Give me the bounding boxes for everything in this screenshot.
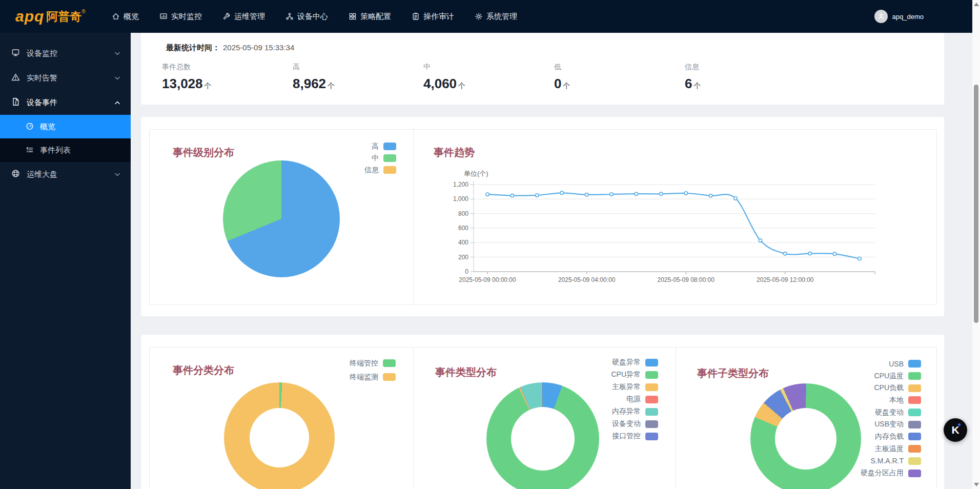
- chevron-down-icon: [114, 170, 120, 179]
- nav-item-4[interactable]: 设备中心: [285, 12, 328, 22]
- legend-item[interactable]: 终端监测: [283, 370, 396, 384]
- nav-item-label: 设备中心: [297, 12, 328, 22]
- legend-label: 本地: [889, 396, 904, 405]
- sidebar-menu: 设备监控实时告警设备事件概览事件列表运维大盘: [0, 33, 131, 489]
- stat-label: 高: [293, 63, 423, 71]
- stat-label: 信息: [685, 63, 815, 71]
- svg-text:2025-05-09 00:00:00: 2025-05-09 00:00:00: [459, 276, 516, 283]
- nav-item-label: 实时监控: [171, 12, 202, 22]
- policy-grid-icon: [349, 12, 357, 21]
- legend-swatch: [645, 359, 658, 366]
- sidebar-submenu: 概览事件列表: [0, 115, 131, 162]
- legend-item[interactable]: S.M.A.R.T: [808, 455, 921, 467]
- stat-value: 6个: [685, 76, 815, 93]
- stat-card-事件总数: 事件总数13,028个: [162, 63, 293, 93]
- sidebar-item-label: 概览: [40, 122, 55, 132]
- legend-item[interactable]: 硬盘分区占用: [808, 467, 921, 479]
- topnav-menu: 概览实时监控运维管理设备中心策略配置操作审计系统管理: [112, 0, 517, 33]
- floating-assistant-button[interactable]: K: [944, 418, 967, 442]
- nav-item-7[interactable]: 系统管理: [475, 12, 517, 22]
- sidebar-group-2[interactable]: 实时告警: [0, 66, 131, 90]
- scrollbar-up-arrow-icon[interactable]: [974, 3, 979, 6]
- legend-item[interactable]: 终端管控: [283, 356, 396, 370]
- legend-label: 硬盘分区占用: [861, 468, 904, 478]
- scrollbar-thumb[interactable]: [974, 85, 978, 323]
- stat-value: 4,060个: [423, 76, 554, 93]
- chevron-down-icon: [114, 74, 120, 83]
- legend-item[interactable]: 本地: [808, 394, 921, 406]
- legend-item[interactable]: USB: [808, 358, 921, 370]
- scrollbar-down-arrow-icon[interactable]: [974, 483, 979, 486]
- level-dist-title: 事件级别分布: [173, 146, 234, 159]
- legend-item[interactable]: 高: [283, 140, 396, 152]
- legend-item[interactable]: 接口管控: [545, 430, 658, 442]
- legend-item[interactable]: CPU温度: [808, 370, 921, 382]
- sidebar-item-1[interactable]: 概览: [0, 115, 131, 138]
- wrench-icon: [222, 12, 231, 21]
- legend-item[interactable]: 内存负载: [808, 431, 921, 443]
- nav-item-1[interactable]: 概览: [112, 12, 139, 22]
- sidebar-item-2[interactable]: 事件列表: [0, 138, 131, 162]
- user-menu[interactable]: apq_demo: [874, 0, 924, 33]
- legend-item[interactable]: 中: [283, 152, 396, 164]
- legend-swatch: [383, 373, 396, 381]
- legend-item[interactable]: CPU负载: [808, 382, 921, 394]
- legend-label: 设备变动: [612, 419, 641, 429]
- stat-card-中: 中4,060个: [423, 63, 554, 93]
- level-dist-pie-chart[interactable]: [223, 160, 340, 277]
- stat-card-信息: 信息6个: [685, 63, 815, 93]
- sidebar-group-label: 实时告警: [27, 73, 57, 83]
- legend-item[interactable]: 信息: [283, 164, 396, 176]
- legend-item[interactable]: 主板温度: [808, 443, 921, 455]
- subtype-dist-title: 事件子类型分布: [697, 366, 769, 380]
- legend-label: 接口管控: [612, 432, 641, 441]
- stat-unit: 个: [328, 82, 335, 90]
- legend-item[interactable]: 硬盘变动: [808, 406, 921, 419]
- legend-label: 电源: [626, 395, 641, 404]
- sidebar-group-label: 运维大盘: [27, 170, 57, 179]
- legend-swatch: [908, 470, 921, 477]
- nav-item-6[interactable]: 操作审计: [412, 12, 454, 22]
- brand-logo[interactable]: apq阿普奇®: [15, 0, 86, 33]
- vertical-scrollbar[interactable]: [972, 0, 980, 489]
- nav-item-2[interactable]: 实时监控: [159, 12, 202, 22]
- legend-item[interactable]: USB变动: [808, 418, 921, 431]
- legend-item[interactable]: CPU异常: [545, 369, 658, 381]
- legend-swatch: [645, 420, 658, 428]
- legend-swatch: [908, 396, 921, 404]
- legend-swatch: [908, 360, 921, 368]
- sidebar-group-1[interactable]: 设备监控: [0, 41, 131, 66]
- legend-label: 终端监测: [350, 373, 378, 382]
- legend-label: 主板温度: [875, 444, 904, 454]
- legend-item[interactable]: 电源: [545, 393, 658, 405]
- list-icon: [26, 146, 34, 155]
- legend-label: 内存负载: [875, 432, 904, 441]
- legend-item[interactable]: 硬盘异常: [545, 356, 658, 369]
- legend-swatch: [908, 372, 921, 380]
- trend-line-chart[interactable]: 02004006008001,0001,2002025-05-09 00:00:…: [438, 166, 925, 289]
- device-hub-icon: [285, 12, 294, 21]
- legend-swatch: [645, 383, 658, 391]
- legend-swatch: [908, 433, 921, 440]
- user-avatar-icon: [874, 10, 888, 23]
- class-dist-title: 事件分类分布: [173, 363, 234, 377]
- sidebar-group-4[interactable]: 运维大盘: [0, 162, 131, 187]
- legend-item[interactable]: 内存异常: [545, 405, 658, 418]
- gear-icon: [475, 12, 483, 21]
- level-dist-legend: 高中信息: [283, 140, 396, 176]
- legend-label: 硬盘变动: [875, 408, 904, 417]
- stat-card-高: 高8,962个: [293, 63, 423, 93]
- stat-unit: 个: [693, 82, 701, 90]
- nav-item-5[interactable]: 策略配置: [349, 12, 391, 22]
- nav-item-3[interactable]: 运维管理: [222, 12, 265, 22]
- legend-item[interactable]: 设备变动: [545, 418, 658, 430]
- legend-label: CPU异常: [611, 370, 641, 379]
- svg-text:800: 800: [458, 210, 468, 217]
- class-dist-donut-chart[interactable]: [224, 382, 335, 489]
- legend-item[interactable]: 主板异常: [545, 381, 658, 393]
- stat-unit: 个: [458, 82, 465, 90]
- sidebar-group-3[interactable]: 设备事件: [0, 90, 131, 115]
- charts-card-top: 事件级别分布 高中信息 事件趋势 单位(个) 02004006008001,00…: [141, 117, 944, 316]
- legend-label: 硬盘异常: [612, 358, 641, 367]
- legend-label: 主板异常: [612, 382, 641, 392]
